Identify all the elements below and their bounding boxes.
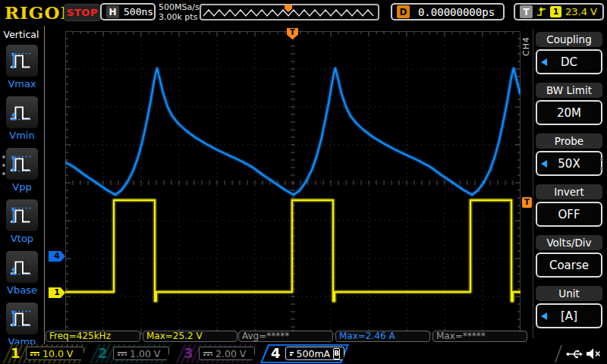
trigger-level-marker-icon: T	[522, 197, 532, 208]
menu-page-dot	[2, 164, 5, 167]
dc-coupling-icon	[30, 351, 39, 356]
channel-number: 3	[184, 345, 193, 361]
vmax-icon	[5, 44, 39, 77]
left-arrow-icon	[541, 312, 547, 320]
measurement-avg: Avg=*****	[238, 331, 333, 342]
vpp-icon	[5, 147, 39, 180]
softkey-button[interactable]: [A]	[536, 303, 602, 328]
menu-page-dot	[2, 155, 5, 158]
menu-item-probe[interactable]: Probe 50X	[536, 133, 602, 176]
channel-scale: 10.0 V	[42, 348, 73, 359]
channel-1-status[interactable]: 1 10.0 V	[2, 344, 87, 363]
softkey-button[interactable]: 50X	[536, 151, 602, 176]
softkey-button[interactable]: OFF	[536, 202, 602, 227]
menu-item-value: Coarse	[549, 259, 589, 272]
measure-label: Vbase	[5, 284, 39, 296]
timebase-value: 500ns	[124, 6, 153, 17]
measure-item-vamp[interactable]: Vamp	[5, 302, 39, 347]
menu-item-title: BW Limit	[536, 83, 602, 98]
measure-label: Vmax	[5, 78, 39, 89]
menu-channel-tab: CH4	[521, 36, 531, 56]
vertical-measure-menu: Vertical Vmax Vmin Vpp Vtop Vbase Vamp	[0, 26, 45, 344]
bw-limit-badge: B	[333, 348, 340, 359]
vmin-icon	[5, 96, 39, 129]
menu-item-title: Unit	[536, 286, 602, 301]
measurement-text: Max=25.2 V	[146, 331, 203, 341]
channel-scale: 1.00 V	[130, 348, 160, 359]
menu-item-value: 50X	[558, 157, 580, 171]
footer-divider	[555, 345, 562, 362]
acquisition-info: 500MSa/s 3.00k pts	[159, 2, 200, 22]
delay-readout-box[interactable]: D 0.00000000ps	[391, 3, 505, 20]
channel-scale: 500mA	[297, 348, 331, 359]
measurement-ch4-max: Max=2.46 A	[335, 331, 430, 342]
menu-item-bw-limit[interactable]: BW Limit 20M	[536, 83, 602, 125]
horizontal-icon: H	[106, 5, 119, 18]
trigger-icon: T	[520, 5, 533, 18]
ch4-ground-marker: 4	[49, 251, 65, 262]
softkey-button[interactable]: Coarse	[536, 253, 602, 278]
vtop-icon	[5, 199, 39, 232]
menu-page-dot	[600, 167, 603, 170]
menu-item-title: Coupling	[536, 32, 602, 47]
delay-icon: D	[397, 5, 410, 18]
channel-number: 4	[271, 345, 281, 361]
memory-depth: 3.00k pts	[159, 12, 200, 22]
channel-scale: 2.00 V	[215, 348, 246, 359]
left-arrow-icon	[541, 58, 547, 66]
vamp-icon	[5, 302, 39, 335]
menu-item-title: Invert	[536, 184, 602, 199]
measure-label: Vmin	[5, 130, 39, 141]
dc-coupling-icon	[203, 351, 212, 356]
speaker-muted-icon	[586, 347, 601, 360]
measurement-text: Max=2.46 A	[339, 331, 395, 341]
softkey-menu: Coupling DC BW Limit 20M Probe 50X Inver…	[533, 29, 605, 338]
delay-value: 0.00000000ps	[418, 6, 495, 18]
waveform-traces	[65, 31, 521, 334]
softkey-button[interactable]: DC	[536, 49, 602, 74]
channel-number: 2	[98, 345, 108, 361]
dc-coupling-icon	[290, 351, 294, 356]
trigger-slope-rising-icon	[536, 6, 546, 17]
menu-item-title: Probe	[536, 133, 602, 149]
horizontal-timebase-box[interactable]: H 500ns	[100, 3, 156, 20]
graticule-area	[65, 31, 521, 334]
measure-label: Vpp	[5, 181, 39, 193]
ch1-ground-marker: 1	[49, 287, 65, 298]
menu-title: Vertical	[0, 29, 42, 40]
menu-item-coupling[interactable]: Coupling DC	[536, 32, 602, 74]
measure-item-vtop[interactable]: Vtop	[5, 199, 39, 244]
menu-page-dot	[600, 158, 603, 161]
sample-rate: 500MSa/s	[159, 2, 200, 12]
menu-item-value: 20M	[557, 106, 581, 120]
menu-item-title: Volts/Div	[536, 235, 602, 250]
measure-item-vbase[interactable]: Vbase	[5, 250, 39, 296]
run-state-button[interactable]: STOP	[64, 4, 101, 21]
channel-3-status[interactable]: 3 2.00 V	[175, 344, 259, 363]
usb-icon	[566, 348, 583, 360]
measure-label: Vtop	[5, 233, 39, 244]
measure-item-vpp[interactable]: Vpp	[5, 147, 39, 193]
trigger-level-value: 23.4 V	[565, 6, 597, 17]
channel-number: 1	[11, 345, 20, 361]
measurement-ch1-max: Max=25.2 V	[143, 331, 237, 342]
menu-item-invert[interactable]: Invert OFF	[536, 184, 602, 227]
trigger-readout-box[interactable]: T 1 23.4 V	[514, 3, 604, 20]
measurement-text: Avg=*****	[242, 331, 289, 341]
measure-item-vmax[interactable]: Vmax	[5, 44, 39, 89]
measurement-text: Freq=425kHz	[49, 331, 111, 341]
measurement-max2: Max=*****	[432, 331, 527, 342]
menu-item-value: DC	[561, 55, 577, 69]
waveform-memory-preview	[200, 4, 379, 20]
left-arrow-icon	[541, 160, 547, 168]
menu-item-value: OFF	[558, 208, 580, 221]
dc-coupling-icon	[118, 351, 127, 356]
menu-item-unit[interactable]: Unit [A]	[536, 286, 602, 328]
measure-item-vmin[interactable]: Vmin	[5, 96, 39, 141]
softkey-button[interactable]: 20M	[536, 100, 602, 125]
menu-item-volts-div[interactable]: Volts/Div Coarse	[536, 235, 602, 278]
channel-4-status[interactable]: 4 500mA B	[260, 344, 349, 363]
channel-2-status[interactable]: 2 1.00 V	[89, 344, 173, 363]
measurement-freq: Freq=425kHz	[46, 331, 140, 342]
measurement-text: Max=*****	[436, 331, 486, 341]
